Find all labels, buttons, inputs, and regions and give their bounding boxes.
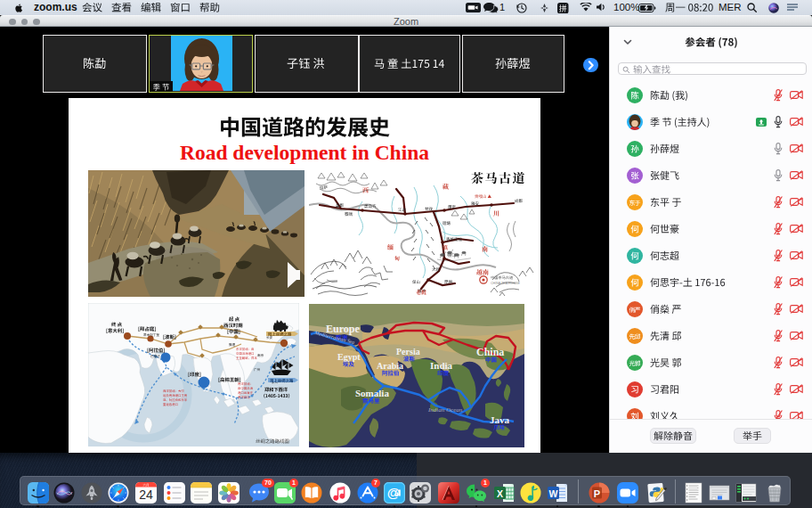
svg-text:24: 24	[139, 488, 153, 502]
svg-text:Persia: Persia	[396, 347, 420, 356]
svg-text:Indian Ocean: Indian Ocean	[427, 406, 463, 414]
svg-text:X: X	[496, 488, 502, 499]
svg-text:W: W	[549, 488, 558, 499]
svg-text:P: P	[593, 488, 599, 499]
svg-text:India: India	[430, 360, 453, 371]
svg-text:China: China	[476, 346, 504, 358]
svg-text:Arabia: Arabia	[377, 361, 403, 371]
svg-text:Somalia: Somalia	[355, 388, 389, 398]
svg-text:Java: Java	[490, 414, 510, 425]
svg-text:Egypt: Egypt	[337, 352, 361, 362]
svg-text:CHINA TEA-HORSE: CHINA TEA-HORSE	[491, 282, 520, 285]
